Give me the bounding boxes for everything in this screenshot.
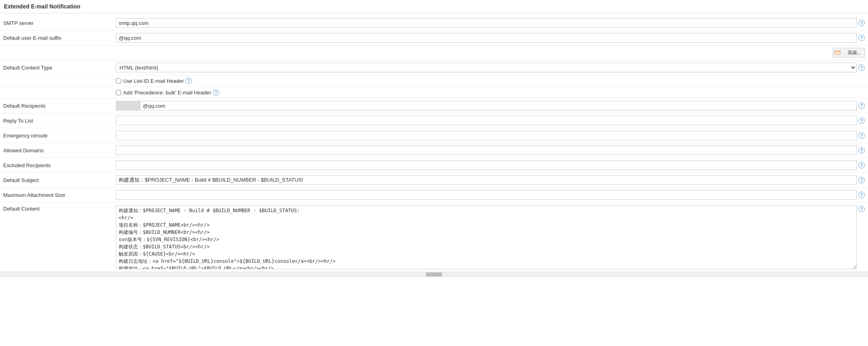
reply-to-list-row: Reply To List ? — [0, 113, 868, 128]
default-subject-input-cell: ? — [113, 173, 868, 188]
add-precedence-row: Add 'Precedence: bulk' E-mail Header ? — [0, 87, 868, 98]
use-list-id-help-icon[interactable]: ? — [185, 78, 192, 84]
max-attachment-row: Maximum Attachment Size ? — [0, 188, 868, 203]
emergency-reroute-input[interactable] — [116, 131, 857, 140]
smtp-server-input-cell: ? — [113, 16, 868, 31]
emergency-reroute-input-cell: ? — [113, 128, 868, 143]
max-attachment-input-cell: ? — [113, 188, 868, 203]
default-subject-label: Default Subject — [0, 173, 113, 188]
use-list-id-label: Use List-ID E-mail Header — [116, 78, 184, 84]
default-subject-row: Default Subject ? — [0, 173, 868, 188]
reply-to-list-input-cell: ? — [113, 113, 868, 128]
max-attachment-label: Maximum Attachment Size — [0, 188, 113, 203]
max-attachment-input[interactable] — [116, 190, 857, 200]
content-type-select[interactable]: HTML (text/html) Plain Text (text/plain) — [116, 63, 857, 72]
content-type-help-icon[interactable]: ? — [858, 64, 865, 71]
default-subject-help-icon[interactable]: ? — [858, 177, 865, 183]
email-suffix-label: Default user E-mail suffix — [0, 31, 113, 45]
max-attachment-help-icon[interactable]: ? — [858, 192, 865, 198]
advanced-row: 高级... — [0, 45, 868, 60]
add-precedence-help-icon[interactable]: ? — [213, 89, 219, 96]
settings-form: SMTP server ? Default user E-mail suffix… — [0, 16, 868, 277]
default-recipients-value: @qq.com — [140, 102, 856, 110]
default-recipients-field[interactable]: @qq.com — [116, 101, 857, 111]
add-precedence-label: Add 'Precedence: bulk' E-mail Header — [116, 90, 211, 96]
emergency-reroute-label: Emergency reroute — [0, 128, 113, 143]
email-suffix-input-cell: ? — [113, 31, 868, 45]
default-recipients-help-icon[interactable]: ? — [858, 102, 865, 109]
default-recipients-label: Default Recipients — [0, 98, 113, 113]
scrollbar-thumb[interactable] — [426, 272, 442, 276]
default-recipients-tag — [116, 101, 140, 110]
default-subject-input[interactable] — [116, 175, 857, 185]
default-recipients-row: Default Recipients @qq.com ? — [0, 98, 868, 113]
reply-to-list-label: Reply To List — [0, 113, 113, 128]
reply-to-list-help-icon[interactable]: ? — [858, 117, 865, 124]
allowed-domains-input[interactable] — [116, 145, 857, 155]
content-type-row: Default Content Type HTML (text/html) Pl… — [0, 60, 868, 75]
default-content-label: Default Content — [0, 203, 113, 272]
smtp-server-label: SMTP server — [0, 16, 113, 31]
icon-button[interactable] — [833, 48, 842, 57]
smtp-server-help-icon[interactable]: ? — [858, 20, 865, 26]
excluded-recipients-input[interactable] — [116, 160, 857, 170]
email-suffix-help-icon[interactable]: ? — [858, 35, 865, 41]
excluded-recipients-label: Excluded Recipients — [0, 158, 113, 173]
allowed-domains-input-cell: ? — [113, 143, 868, 158]
content-type-input-cell: HTML (text/html) Plain Text (text/plain)… — [113, 60, 868, 75]
allowed-domains-label: Allowed Domains — [0, 143, 113, 158]
email-suffix-row: Default user E-mail suffix ? — [0, 31, 868, 45]
email-suffix-input[interactable] — [116, 33, 857, 43]
content-type-label: Default Content Type — [0, 60, 113, 75]
default-content-input-cell: 构建通知：$PROJECT_NAME - Build # $BUILD_NUMB… — [113, 203, 868, 272]
reply-to-list-input[interactable] — [116, 116, 857, 125]
emergency-reroute-help-icon[interactable]: ? — [858, 132, 865, 139]
smtp-server-input[interactable] — [116, 18, 857, 28]
default-content-row: Default Content 构建通知：$PROJECT_NAME - Bui… — [0, 203, 868, 272]
allowed-domains-row: Allowed Domains ? — [0, 143, 868, 158]
excluded-recipients-input-cell: ? — [113, 158, 868, 173]
excluded-recipients-row: Excluded Recipients ? — [0, 158, 868, 173]
excluded-recipients-help-icon[interactable]: ? — [858, 162, 865, 168]
scrollbar-row — [0, 272, 868, 277]
page-title: Extended E-mail Notification — [0, 0, 868, 13]
use-list-id-row: Use List-ID E-mail Header ? — [0, 75, 868, 87]
use-list-id-checkbox[interactable] — [116, 78, 121, 84]
allowed-domains-help-icon[interactable]: ? — [858, 147, 865, 154]
smtp-server-row: SMTP server ? — [0, 16, 868, 31]
advanced-button[interactable]: 高级... — [844, 48, 865, 57]
emergency-reroute-row: Emergency reroute ? — [0, 128, 868, 143]
add-precedence-checkbox[interactable] — [116, 90, 121, 95]
default-content-help-icon[interactable]: ? — [858, 206, 865, 212]
default-recipients-input-cell: @qq.com ? — [113, 98, 868, 113]
default-content-textarea[interactable]: 构建通知：$PROJECT_NAME - Build # $BUILD_NUMB… — [116, 205, 857, 269]
